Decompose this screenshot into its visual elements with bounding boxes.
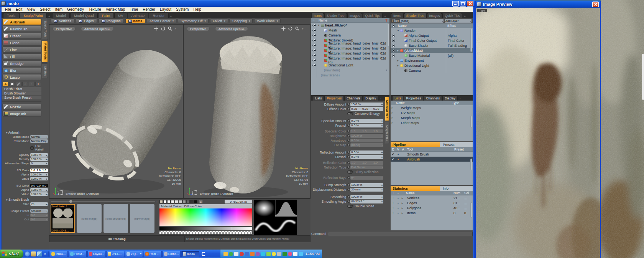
expand-icon[interactable]: ▸ [396,64,400,67]
stepper-arrows-icon[interactable]: ◂▸ [381,184,383,186]
expand-icon[interactable]: ▸ [391,121,394,124]
tray-icon[interactable] [245,252,249,256]
prop-field[interactable]: 64◂▸ [350,176,383,180]
load-sequence-cell[interactable]: (load sequence) [104,204,128,233]
expand-icon[interactable]: ▸ [391,106,394,109]
collapse-minus[interactable]: - [396,211,401,215]
preview-type-label[interactable]: Type [477,9,487,12]
dropdown-icon[interactable]: ▾ [386,69,387,72]
start-button[interactable]: start [0,250,23,258]
name-column-header[interactable]: Name [317,18,385,22]
prop-field[interactable]: 1.0 1.0 1.0 [350,129,383,133]
tab-add3[interactable]: + [383,15,387,18]
image-preview-underlay[interactable] [601,0,644,258]
visibility-eye-icon[interactable] [312,24,316,26]
tab-paint-tools[interactable]: Paint Tools [42,41,48,63]
shader-row-final-color[interactable]: Final Color OutputFinal Color [391,38,473,43]
color-swatch[interactable] [190,200,194,203]
presets-header[interactable]: Presets [440,142,473,147]
mini-knob-icon[interactable] [347,139,350,142]
tool-airbrush[interactable]: Airbrush [2,19,41,25]
tool-image-ink[interactable]: Image Ink [2,111,41,117]
visibility-eye-icon[interactable] [392,55,395,57]
mini-knob-icon[interactable] [347,151,350,154]
minimize-button[interactable] [452,1,459,7]
tab-add6[interactable]: + [458,97,462,101]
paint-mode-select[interactable]: Normal Proj ...▾ [30,139,48,143]
brush-editor-link[interactable]: Brush Editor [2,87,41,91]
item-row-texture[interactable]: Texture: Image: head_bake_final_02d (6) [311,58,389,63]
color-swatch[interactable] [186,200,190,203]
menu-item[interactable]: Item [53,7,65,12]
tool-smudge[interactable]: Smudge [2,60,41,66]
stepper-arrows-icon[interactable]: ◂▸ [46,158,47,160]
stats-row-items[interactable]: +-▸Items80 [391,210,473,215]
visibility-eye-icon[interactable] [392,45,395,47]
expand-icon[interactable]: ▾ [396,29,400,32]
shader-row-directional-light[interactable]: ▸Directional Light [391,63,473,68]
swatch-save-button[interactable]: S [199,200,203,203]
expand-icon[interactable]: ▸ [396,59,400,62]
stepper-arrows-icon[interactable]: ◂▸ [46,214,47,217]
menu-view[interactable]: View [25,7,38,12]
expand-icon[interactable]: ▸ [401,212,404,215]
expand-icon[interactable]: ▸ [396,49,400,52]
expand-icon[interactable]: ▾ [317,24,320,27]
taskbar-clock[interactable]: 11:54 AM [306,252,320,256]
visibility-eye-icon[interactable] [312,34,316,36]
menu-geometry[interactable]: Geometry [65,7,86,12]
task-button-realplayer[interactable]: Real ... [144,251,162,257]
snapping-dropdown[interactable]: Snapping▾ [230,18,253,23]
tab-render[interactable]: Render [149,12,168,18]
image-preview-titlebar[interactable]: Image Preview [476,1,600,8]
menu-select[interactable]: Select [38,7,53,12]
airbrush-section-header[interactable]: ▾ Airbrush [6,131,49,134]
tab-properties2[interactable]: Properties [404,95,423,101]
fg-color-field[interactable]: 1.0 1.0 1.0 [30,169,48,172]
tray-icon[interactable] [288,252,292,256]
tool-eraser[interactable]: Eraser [2,33,41,39]
prop-field[interactable]: (none)▾ [350,143,383,147]
prop-field[interactable]: 0.0 %◂▸ [350,119,383,123]
color-swatch[interactable] [179,200,182,203]
tab-quick-tips[interactable]: Quick Tips [363,13,383,18]
resize-tri-icon[interactable]: ▵ [155,200,159,203]
tab-quick-tips2[interactable]: Quick Tips [442,13,462,18]
shape-preset-select[interactable]: Smooth▾ [30,209,48,213]
menu-texture[interactable]: Texture [86,7,104,12]
stepper-arrows-icon[interactable]: ◂▸ [381,176,383,179]
falloff-dropdown[interactable]: Falloff▾ [210,18,228,23]
conserve-energy-toggle[interactable] [347,112,353,115]
tab-uv[interactable]: UV [114,12,127,18]
visibility-eye-icon[interactable] [312,44,316,46]
mini-knob-icon[interactable] [347,124,350,127]
stats-row-edges[interactable]: +-▸Edges61...... [391,200,473,205]
collapse-minus[interactable]: - [396,206,401,210]
zoom-icon[interactable] [295,26,299,31]
color-swatch[interactable] [163,200,167,203]
shader-row-base-material[interactable]: Base Material(all) [391,53,473,58]
color-swatch[interactable] [167,200,171,203]
new-scene-row[interactable]: (new scene) [311,73,389,78]
mini-knob-icon[interactable] [347,176,350,179]
stepper-arrows-icon[interactable]: ◂▸ [381,119,383,122]
color-swatch[interactable] [171,200,174,203]
stepper-arrows-icon[interactable]: ◂▸ [381,155,383,158]
use-falloff-checkbox[interactable] [30,146,34,150]
item-row-mesh[interactable]: Mesh [311,28,389,33]
tray-icon[interactable] [234,252,238,256]
rotate-icon[interactable] [161,26,165,31]
stepper-arrows-icon[interactable]: ◂▸ [381,200,383,203]
out-field[interactable]: 0.0◂▸ [30,218,48,221]
mini-knob-icon[interactable] [347,130,350,132]
tray-icon[interactable] [293,252,297,256]
modo-titlebar[interactable]: modo [0,0,475,7]
save-brush-preset-link[interactable]: Save Brush Preset [2,96,41,100]
prop-field[interactable]: 0.0 %◂▸ [350,155,383,159]
viewport-renderer-pill[interactable]: Advanced OpenGL [215,26,248,31]
pipeline-header[interactable]: Pipeline [391,142,440,147]
browser-scrollbar[interactable] [51,201,155,202]
filter-funnel-icon[interactable] [385,19,388,22]
filter-select[interactable]: (none)▾ [400,19,444,23]
expand-plus[interactable]: + [391,201,396,205]
